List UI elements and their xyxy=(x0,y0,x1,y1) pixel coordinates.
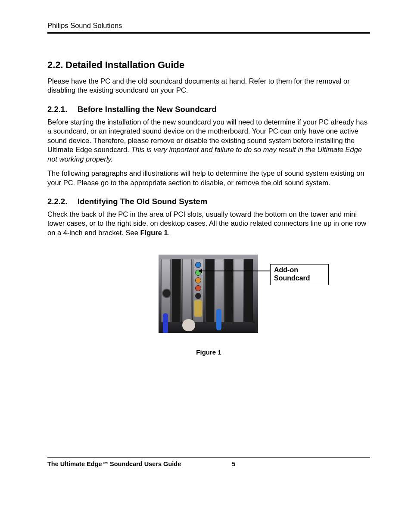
figure-1-image xyxy=(159,255,258,333)
heading-2-2-2: 2.2.2. Identifying The Old Sound System xyxy=(47,197,370,206)
callout-arrow-head-icon xyxy=(198,269,202,273)
header-rule xyxy=(47,32,370,34)
pci-slot xyxy=(224,259,234,322)
heading-2-2-1: 2.2.1. Before Installing the New Soundca… xyxy=(47,105,370,114)
para-2-2-intro: Please have the PC and the old soundcard… xyxy=(47,77,370,95)
para-2-2-2-c: . xyxy=(168,229,170,236)
heading-2-2-1-title: Before Installing the New Soundcard xyxy=(78,105,217,114)
heading-2-2-title: Detailed Installation Guide xyxy=(65,59,184,71)
figure-1-caption: Figure 1 xyxy=(47,348,370,356)
pci-slot xyxy=(171,259,181,322)
heading-2-2-2-number: 2.2.2. xyxy=(47,197,78,206)
pci-slot xyxy=(234,259,243,322)
footer-rule xyxy=(47,457,370,458)
pci-slot xyxy=(205,259,215,322)
para-2-2-2-a: Check the back of the PC in the area of … xyxy=(47,210,366,236)
cable-icon xyxy=(216,309,221,330)
heading-2-2: 2.2. Detailed Installation Guide xyxy=(47,59,370,71)
audio-jack-icon xyxy=(195,293,201,299)
port-icon xyxy=(162,289,171,298)
heading-2-2-1-number: 2.2.1. xyxy=(47,105,78,114)
para-2-2-1-a: Before starting the installation of the … xyxy=(47,118,370,164)
heading-2-2-number: 2.2. xyxy=(47,59,65,71)
para-2-2-1-b: The following paragraphs and illustratio… xyxy=(47,169,370,187)
audio-jack-icon xyxy=(195,262,201,268)
pci-slot xyxy=(215,259,224,322)
figure-callout: Add-on Soundcard xyxy=(270,264,329,285)
figure-1-wrap: Add-on Soundcard xyxy=(47,255,370,345)
audio-jack-icon xyxy=(195,285,201,291)
cable-icon xyxy=(182,319,195,331)
header-company: Philips Sound Solutions xyxy=(47,22,370,30)
pci-slot xyxy=(244,259,253,322)
joystick-port-icon xyxy=(194,300,202,317)
footer-doc-title: The Ultimate Edge™ Soundcard Users Guide xyxy=(47,460,181,467)
callout-arrow-line xyxy=(199,271,271,271)
audio-jack-icon xyxy=(195,277,201,283)
footer-page-number: 5 xyxy=(232,460,235,467)
para-2-2-2: Check the back of the PC in the area of … xyxy=(47,210,370,237)
para-2-2-2-figref: Figure 1 xyxy=(140,229,168,236)
page-footer: The Ultimate Edge™ Soundcard Users Guide… xyxy=(47,457,370,467)
heading-2-2-2-title: Identifying The Old Sound System xyxy=(78,197,207,206)
pci-slot xyxy=(182,259,192,322)
pci-slot xyxy=(161,259,171,322)
cable-icon xyxy=(163,313,168,333)
